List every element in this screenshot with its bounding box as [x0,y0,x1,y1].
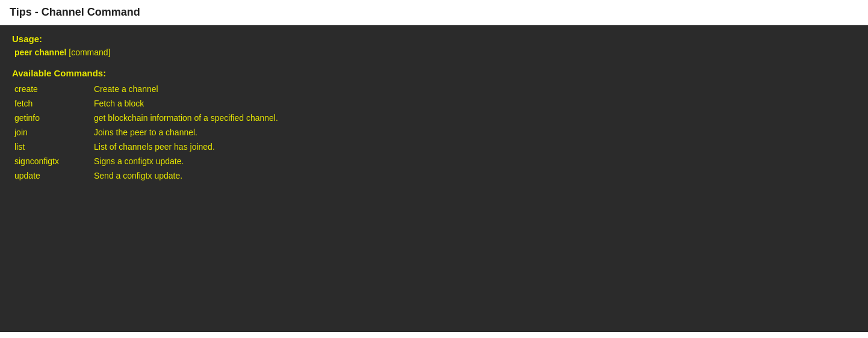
page-title-bar: Tips - Channel Command [0,0,868,25]
commands-table: createCreate a channelfetchFetch a block… [12,82,856,183]
command-description: Fetch a block [90,96,856,111]
table-row: list List of channels peer has joined. [12,140,856,154]
table-row: join Joins the peer to a channel. [12,125,856,140]
command-name: join [12,125,90,140]
table-row: fetchFetch a block [12,96,856,111]
table-row: createCreate a channel [12,82,856,96]
page-title: Tips - Channel Command [10,6,140,18]
table-row: signconfigtxSigns a configtx update. [12,154,856,168]
commands-label: Available Commands: [12,68,856,78]
command-name: getinfo [12,111,90,125]
command-description: get blockchain information of a specifie… [90,111,856,125]
command-name: list [12,140,90,154]
terminal-area: Usage: peer channel [command] Available … [0,25,868,332]
command-description: List of channels peer has joined. [90,140,856,154]
usage-line: peer channel [command] [14,48,856,57]
table-row: getinfoget blockchain information of a s… [12,111,856,125]
command-name: create [12,82,90,96]
command-description: Joins the peer to a channel. [90,125,856,140]
usage-command-bold: peer channel [14,48,66,57]
command-name: update [12,168,90,183]
command-description: Signs a configtx update. [90,154,856,168]
table-row: updateSend a configtx update. [12,168,856,183]
usage-label: Usage: [12,34,856,44]
command-description: Create a channel [90,82,856,96]
command-name: signconfigtx [12,154,90,168]
command-description: Send a configtx update. [90,168,856,183]
command-name: fetch [12,96,90,111]
usage-command-rest: [command] [66,48,110,57]
